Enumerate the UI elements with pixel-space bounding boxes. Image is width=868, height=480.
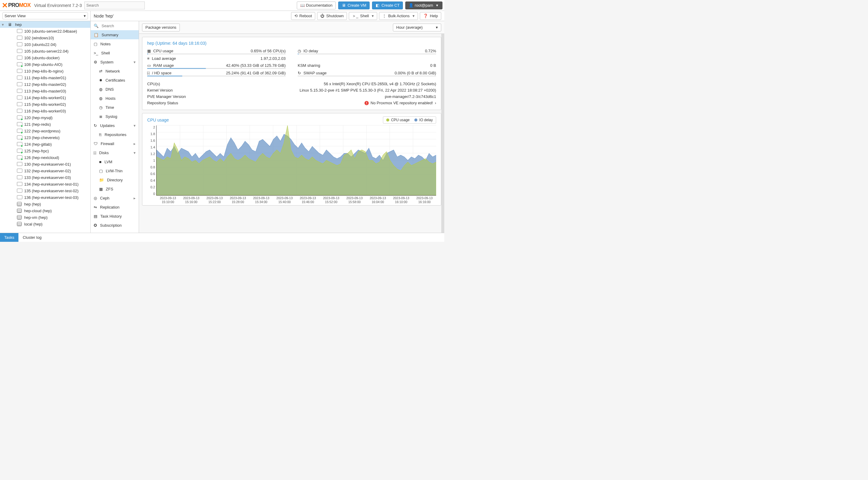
tree-item[interactable]: 136 (hep-eurekaserver-test-03): [0, 194, 90, 201]
proxmox-logo[interactable]: ✕ PROMOX: [2, 1, 31, 10]
tree-item[interactable]: 115 (hep-k8s-worker02): [0, 101, 90, 108]
summary-title: hep (Uptime: 64 days 18:16:03): [147, 41, 436, 46]
legend-dot-icon: [414, 119, 417, 121]
menu-item[interactable]: ▢LVM-Thin: [91, 166, 139, 175]
menu-item[interactable]: ≣Syslog: [91, 112, 139, 121]
tree-item-label: 121 (hep-redis): [24, 122, 51, 127]
tree-item[interactable]: 125 (hep-frpc): [0, 148, 90, 154]
tree-item-label: local (hep): [24, 222, 42, 227]
chart-x-axis: 2023-09-1315:10:002023-09-1315:16:002023…: [156, 196, 436, 204]
menu-icon: ▤: [94, 214, 97, 218]
chevron-down-icon: ▾: [372, 13, 374, 18]
menu-icon: ◍: [99, 96, 102, 101]
menu-item[interactable]: ⚙System▾: [91, 57, 139, 66]
tree-item[interactable]: 112 (hep-k8s-master02): [0, 81, 90, 88]
menu-item[interactable]: 📋Summary: [91, 30, 139, 39]
menu-icon: ≣: [99, 114, 102, 119]
create-vm-button[interactable]: 🖥Create VM: [338, 1, 370, 9]
vm-icon: [17, 89, 22, 93]
menu-item[interactable]: ◍Hosts: [91, 94, 139, 103]
repo-status-value[interactable]: ! No Proxmox VE repository enabled! ›: [365, 101, 436, 105]
tree-item[interactable]: local (hep): [0, 221, 90, 227]
timerange-select[interactable]: Hour (average)▾: [393, 24, 441, 31]
menu-search[interactable]: 🔍: [91, 21, 139, 30]
tree-item[interactable]: 113 (hep-k8s-master03): [0, 88, 90, 94]
tree-item[interactable]: 126 (hep-nextcloud): [0, 154, 90, 161]
menu-item[interactable]: ■LVM: [91, 157, 139, 166]
view-select[interactable]: Server View▾: [2, 12, 88, 19]
tree-item[interactable]: 121 (hep-redis): [0, 121, 90, 127]
tree-item[interactable]: 111 (hep-k8s-master01): [0, 74, 90, 81]
expander-icon[interactable]: ▾: [2, 22, 5, 27]
resource-tree[interactable]: ▾ hep 100 (ubuntu-server22.04base)102 (w…: [0, 21, 91, 233]
user-icon: 👤: [409, 3, 413, 7]
help-button[interactable]: ❓Help: [420, 12, 441, 20]
tasks-tab[interactable]: Tasks: [0, 233, 19, 242]
bulk-actions-button[interactable]: ⋮Bulk Actions▾: [379, 12, 418, 20]
shutdown-button[interactable]: ⏻Shutdown: [317, 12, 347, 20]
tree-item[interactable]: hep-cloud (hep): [0, 207, 90, 214]
tree-item[interactable]: 110 (hep-k8s-lb-nginx): [0, 68, 90, 74]
menu-item[interactable]: ⇄Network: [91, 66, 139, 76]
chevron-icon: ▸: [133, 196, 136, 201]
menu-item[interactable]: ↻Updates▾: [91, 121, 139, 130]
tree-item-label: 124 (hep-gitlab): [24, 142, 52, 147]
reboot-button[interactable]: ⟲Reboot: [291, 12, 315, 20]
menu-item[interactable]: 📁Directory: [91, 175, 139, 184]
menu-item[interactable]: ▢Notes: [91, 39, 139, 48]
menu-item[interactable]: ⎘Repositories: [91, 130, 139, 139]
vm-icon: [17, 122, 22, 126]
tree-item[interactable]: 102 (windows10): [0, 34, 90, 41]
menu-item[interactable]: ⌸Disks▾: [91, 148, 139, 157]
vm-icon: [17, 69, 22, 73]
help-icon: ❓: [423, 13, 428, 18]
search-input[interactable]: [84, 1, 145, 9]
menu-icon: ⋮: [382, 13, 386, 18]
tree-item[interactable]: 135 (hep-eurekaserver-test-02): [0, 187, 90, 194]
vm-icon: [17, 29, 22, 33]
side-menu[interactable]: 🔍 📋Summary▢Notes>_Shell⚙System▾⇄Network✸…: [91, 21, 139, 233]
documentation-button[interactable]: 📖Documentation: [297, 1, 336, 9]
tree-item[interactable]: 105 (ubuntu-server22.04): [0, 48, 90, 54]
cpu-usage-chart: CPU usage CPU usageIO delay 21.81.61.41.…: [142, 113, 441, 206]
menu-search-input[interactable]: [101, 24, 136, 28]
menu-item[interactable]: >_Shell: [91, 48, 139, 57]
tree-item[interactable]: 122 (hep-wordpress): [0, 127, 90, 134]
tree-item[interactable]: 103 (ubuntu22.04): [0, 41, 90, 48]
vm-icon: [17, 116, 22, 120]
ram-icon: ▭: [147, 63, 151, 68]
tree-item[interactable]: 100 (ubuntu-server22.04base): [0, 28, 90, 34]
tree-item[interactable]: 123 (hep-chevereto): [0, 134, 90, 141]
shell-button[interactable]: ＞_Shell▾: [349, 12, 377, 20]
menu-item[interactable]: 🛡Firewall▸: [91, 139, 139, 148]
tree-node-hep[interactable]: ▾ hep: [0, 21, 90, 28]
cluster-log-tab[interactable]: Cluster log: [19, 233, 45, 242]
x-tick: 2023-09-1315:28:00: [226, 196, 250, 204]
tree-item[interactable]: 132 (hep-eurekaserver-02): [0, 168, 90, 174]
tree-item[interactable]: hep (hep): [0, 201, 90, 207]
tree-item-label: 126 (hep-nextcloud): [24, 155, 59, 160]
menu-item[interactable]: ▤Task History: [91, 212, 139, 221]
menu-icon: >_: [94, 51, 98, 55]
menu-item[interactable]: ✸Certificates: [91, 76, 139, 85]
menu-item[interactable]: ◷Time: [91, 103, 139, 112]
tree-item[interactable]: 114 (hep-k8s-worker01): [0, 94, 90, 101]
menu-item[interactable]: ◎Ceph▸: [91, 193, 139, 203]
tree-item[interactable]: 108 (hep-ubuntu-AIO): [0, 61, 90, 68]
tree-item[interactable]: 124 (hep-gitlab): [0, 141, 90, 148]
tree-item[interactable]: 130 (hep-eurekaserver-01): [0, 161, 90, 168]
menu-item[interactable]: ◍DNS: [91, 85, 139, 94]
package-versions-button[interactable]: Package versions: [142, 24, 180, 31]
tree-item[interactable]: 133 (hep-eurekaserver-03): [0, 174, 90, 181]
user-menu-button[interactable]: 👤root@pam▾: [405, 1, 442, 9]
tree-item[interactable]: 106 (ubuntu-docker): [0, 54, 90, 61]
tree-item[interactable]: hep-vm (hep): [0, 214, 90, 221]
stat-hd-value: 25.24% (91.41 GiB of 362.09 GiB): [226, 71, 286, 75]
tree-item[interactable]: 116 (hep-k8s-worker03): [0, 108, 90, 114]
tree-item[interactable]: 120 (hep-mysql): [0, 114, 90, 121]
menu-item[interactable]: ✪Subscription: [91, 221, 139, 230]
tree-item[interactable]: 134 (hep-eurekaserver-test-01): [0, 181, 90, 187]
create-ct-button[interactable]: ◧Create CT: [372, 1, 403, 9]
menu-item[interactable]: ▦ZFS: [91, 184, 139, 193]
menu-item[interactable]: ⇋Replication: [91, 203, 139, 212]
